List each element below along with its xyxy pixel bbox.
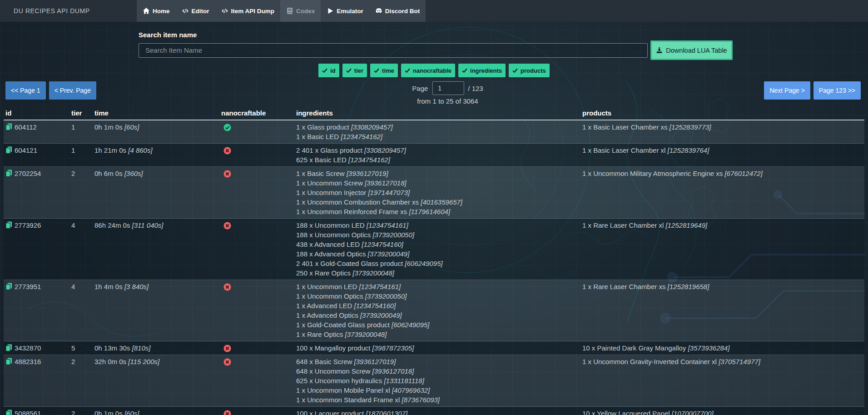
recipe-item: 10 x Yellow Lacquered Panel [1070007700] (582, 409, 864, 415)
recipe-time: 1h 21m 0s [4 860s] (94, 144, 221, 167)
table-row: 2773926486h 24m 0s [311 040s]188 x Uncom… (4, 219, 864, 280)
recipe-tier: 5 (68, 341, 94, 355)
col-header-time: time (94, 107, 221, 120)
filter-products[interactable]: products (509, 64, 550, 77)
book-icon (286, 7, 293, 15)
recipe-id: 2702254 (4, 169, 68, 178)
recipe-table-body: 60411210h 1m 0s [60s]1 x Glass product [… (4, 120, 864, 415)
check-icon (374, 68, 379, 73)
recipe-nanocraftable (221, 120, 296, 144)
copy-icon (5, 123, 12, 131)
recipe-products: 10 x Yellow Lacquered Panel [1070007700] (582, 407, 864, 415)
nav-menu: Home Editor Item API Dump Codex Emulator… (137, 0, 426, 22)
filter-tier[interactable]: tier (342, 64, 367, 77)
nav-item-codex[interactable]: Codex (280, 0, 321, 22)
nav-item-discord-bot[interactable]: Discord Bot (369, 0, 426, 22)
check-icon (512, 68, 518, 73)
code-icon (182, 7, 189, 15)
first-page-button[interactable]: << Page 1 (5, 81, 46, 100)
recipe-products: 1 x Basic Laser Chamber xs [1252839773] (582, 120, 864, 144)
recipe-nanocraftable (221, 355, 296, 407)
check-icon (462, 68, 467, 73)
recipe-ingredients: 100 x Lacquer product [1870601307] (296, 407, 582, 415)
recipe-time: 0h 6m 0s [360s] (94, 167, 221, 219)
recipes-table: id tier time nanocraftable ingredients p… (4, 107, 864, 415)
copy-icon (5, 170, 12, 177)
recipe-item: 2 401 x Glass product [3308209457] (296, 145, 582, 155)
recipe-time: 0h 1m 0s [60s] (94, 120, 221, 144)
recipe-item: 1 x Uncommon Reinforced Frame xs [117961… (296, 207, 582, 216)
x-circle-icon (223, 410, 231, 415)
recipe-item: 1 x Basic Screw [3936127019] (296, 169, 582, 178)
recipe-item: 1 x Uncommon Mobile Panel xl [407969632] (296, 385, 582, 395)
recipe-ingredients: 188 x Uncommon LED [1234754161]188 x Unc… (296, 219, 582, 280)
copy-icon (5, 221, 12, 229)
filter-time[interactable]: time (370, 64, 398, 77)
recipe-ingredients: 100 x Mangalloy product [3987872305] (296, 341, 582, 355)
nav-item-item-api-dump[interactable]: Item API Dump (215, 0, 281, 22)
recipe-ingredients: 1 x Uncommon LED [1234754161]1 x Uncommo… (296, 280, 582, 341)
copy-icon (5, 344, 12, 352)
recipe-item: 1 x Basic LED [1234754162] (296, 132, 582, 141)
last-page-button[interactable]: Page 123 >> (813, 81, 861, 100)
recipe-tier: 4 (68, 280, 94, 341)
recipe-item: 1 x Advanced LED [1234754160] (296, 301, 582, 310)
recipe-item: 1 x Rare Laser Chamber xl [1252819649] (582, 220, 864, 230)
recipe-item: 1 x Rare Laser Chamber xs [1252819658] (582, 282, 864, 291)
recipe-time: 86h 24m 0s [311 040s] (94, 219, 221, 280)
copy-icon (5, 410, 12, 415)
copy-icon (5, 358, 12, 365)
recipe-tier: 2 (68, 407, 94, 415)
recipe-item: 1 x Gold-Coated Glass product [606249095… (296, 320, 582, 330)
page-total: / 123 (468, 85, 483, 92)
recipe-item: 188 x Advanced Optics [3739200049] (296, 249, 582, 259)
check-icon (322, 68, 327, 73)
pagination: << Page 1 < Prev. Page Page / 123 from 1… (0, 81, 868, 100)
recipe-item: 1 x Uncommon Standard Frame xl [87367609… (296, 395, 582, 405)
x-circle-icon (223, 345, 231, 352)
recipe-tier: 4 (68, 219, 94, 280)
recipe-item: 250 x Rare Optics [3739200048] (296, 268, 582, 278)
recipe-id: 5088561 (4, 409, 68, 415)
x-circle-icon (223, 147, 231, 155)
play-icon (327, 7, 334, 15)
page-number-input[interactable] (432, 81, 464, 95)
table-row: 60411210h 1m 0s [60s]1 x Glass product [… (4, 120, 864, 144)
recipe-item: 100 x Lacquer product [1870601307] (296, 409, 582, 415)
home-icon (143, 7, 150, 15)
recipe-item: 648 x Basic Screw [3936127019] (296, 357, 582, 366)
nav-item-emulator[interactable]: Emulator (321, 0, 369, 22)
filter-ingredients[interactable]: ingredients (458, 64, 506, 77)
range-text: from 1 to 25 of 3064 (412, 97, 483, 105)
nav-item-home[interactable]: Home (137, 0, 176, 22)
nav-item-editor[interactable]: Editor (176, 0, 215, 22)
recipe-item: 188 x Uncommon LED [1234754161] (296, 220, 582, 230)
col-header-ingredients: ingredients (296, 107, 582, 120)
recipe-item: 2 401 x Gold-Coated Glass product [60624… (296, 259, 582, 268)
recipe-products: 1 x Uncommon Gravity-Inverted Container … (582, 355, 864, 407)
recipe-item: 1 x Uncommon Combustion Chamber xs [4016… (296, 197, 582, 207)
filter-nanocraftable[interactable]: nanocraftable (401, 64, 455, 77)
code-icon (221, 7, 228, 15)
x-circle-icon (223, 283, 231, 291)
filter-id[interactable]: id (318, 64, 339, 77)
prev-page-button[interactable]: < Prev. Page (49, 81, 96, 100)
recipe-item: 1 x Advanced Optics [3739200049] (296, 310, 582, 320)
x-circle-icon (223, 170, 231, 178)
recipe-item: 1 x Glass product [3308209457] (296, 122, 582, 132)
recipe-products: 1 x Rare Laser Chamber xl [1252819649] (582, 219, 864, 280)
recipe-time: 0h 1m 0s [60s] (94, 407, 221, 415)
recipe-item: 1 x Basic Laser Chamber xl [1252839764] (582, 145, 864, 155)
recipe-item: 1 x Uncommon Screw [3936127018] (296, 178, 582, 188)
recipe-products: 1 x Basic Laser Chamber xl [1252839764] (582, 144, 864, 167)
recipe-products: 1 x Rare Laser Chamber xs [1252819658] (582, 280, 864, 341)
recipe-item: 1 x Uncommon Injector [1971447073] (296, 188, 582, 197)
recipe-tier: 2 (68, 167, 94, 219)
download-lua-button[interactable]: Download LUA Table (650, 40, 733, 60)
filter-buttons: id tier time nanocraftable ingredients p… (0, 64, 868, 77)
recipe-nanocraftable (221, 144, 296, 167)
search-input[interactable] (139, 43, 648, 58)
recipe-item: 1 x Basic Laser Chamber xs [1252839773] (582, 122, 864, 132)
recipe-id: 2773951 (4, 282, 68, 291)
next-page-button[interactable]: Next Page > (764, 81, 810, 100)
